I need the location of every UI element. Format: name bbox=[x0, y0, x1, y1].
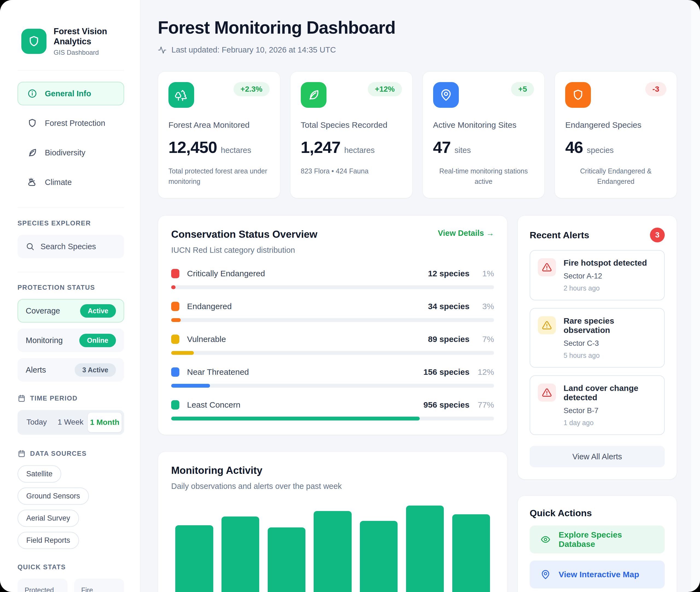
progress-track bbox=[171, 351, 494, 355]
status-label: Coverage bbox=[26, 306, 60, 315]
shield-icon bbox=[565, 82, 591, 108]
last-updated: Last updated: February 10, 2026 at 14:35… bbox=[158, 45, 677, 54]
time-option-1-week[interactable]: 1 Week bbox=[54, 412, 88, 433]
calendar-icon bbox=[17, 449, 26, 458]
status-row-monitoring[interactable]: Monitoring Online bbox=[17, 329, 124, 352]
map-pin-icon bbox=[433, 82, 459, 108]
monitoring-activity-panel: Monitoring Activity Daily observations a… bbox=[158, 451, 507, 592]
explore-species-database-button[interactable]: Explore Species Database bbox=[530, 526, 665, 553]
stat-unit: hectares bbox=[221, 146, 251, 155]
observation-bar[interactable] bbox=[175, 525, 213, 592]
stat-unit: species bbox=[587, 146, 613, 155]
conservation-row: Critically Endangered 12 species 1% bbox=[171, 269, 494, 289]
scrollbar-gutter[interactable] bbox=[691, 0, 700, 592]
quick-stats-grid: Protected Area 12,450 hectares Fire Inci… bbox=[17, 579, 124, 592]
monitoring-bar-chart: 3 Feb 10 2 Feb 09 5 Feb 08 bbox=[171, 505, 494, 592]
app-logo bbox=[21, 29, 47, 54]
tag-aerial-survey[interactable]: Aerial Survey bbox=[17, 510, 79, 527]
sidebar-item-biodiversity[interactable]: Biodiversity bbox=[17, 141, 124, 164]
app-name: Forest Vision Analytics bbox=[54, 26, 124, 47]
progress-fill bbox=[171, 318, 181, 322]
progress-track bbox=[171, 285, 494, 289]
search-icon bbox=[26, 242, 35, 251]
stat-value: 47 bbox=[433, 138, 451, 157]
sidebar-item-forest-protection[interactable]: Forest Protection bbox=[17, 111, 124, 135]
species-explorer-heading: SPECIES EXPLORER bbox=[17, 219, 124, 227]
chart-column: 1 Feb 07 bbox=[310, 505, 356, 592]
stat-value: 46 bbox=[565, 138, 583, 157]
time-period-heading: TIME PERIOD bbox=[17, 394, 124, 402]
view-interactive-map-button[interactable]: View Interactive Map bbox=[530, 560, 665, 588]
conservation-row: Near Threatened 156 species 12% bbox=[171, 367, 494, 388]
sidebar-divider bbox=[17, 272, 124, 272]
progress-track bbox=[171, 384, 494, 388]
chart-column: 2 Feb 05 bbox=[402, 505, 448, 592]
chart-column: 2 Feb 09 bbox=[217, 505, 264, 592]
sidebar: Forest Vision Analytics GIS Dashboard Ge… bbox=[0, 0, 140, 592]
stat-card-total-species: +12% Total Species Recorded 1,247 hectar… bbox=[290, 71, 413, 198]
stat-description: Total protected forest area under monito… bbox=[168, 166, 270, 187]
leaf-icon bbox=[301, 82, 326, 108]
chart-column: 3 Feb 10 bbox=[171, 505, 217, 592]
nav-label: General Info bbox=[45, 89, 91, 98]
map-pin-icon bbox=[541, 570, 550, 580]
category-swatch bbox=[171, 367, 179, 377]
observation-bar[interactable] bbox=[452, 514, 490, 592]
tag-field-reports[interactable]: Field Reports bbox=[17, 532, 79, 549]
recent-alerts-panel: Recent Alerts 3 Fire hotspot detected Se… bbox=[517, 215, 677, 480]
progress-fill bbox=[171, 384, 210, 388]
stat-description: Real-time monitoring stations active bbox=[433, 166, 534, 187]
time-option-1-month[interactable]: 1 Month bbox=[88, 412, 122, 433]
alert-item-rare-species[interactable]: Rare species observation Sector C-3 5 ho… bbox=[530, 308, 665, 368]
conservation-subtitle: IUCN Red List category distribution bbox=[171, 246, 317, 255]
alert-triangle-icon bbox=[538, 258, 556, 276]
stat-value: 12,450 bbox=[168, 138, 217, 157]
stat-card-endangered-species: -3 Endangered Species 46 species Critica… bbox=[554, 71, 677, 198]
observation-bar[interactable] bbox=[406, 505, 444, 592]
quick-actions-title: Quick Actions bbox=[530, 508, 665, 519]
protection-status-heading: PROTECTION STATUS bbox=[17, 284, 124, 291]
alert-triangle-icon bbox=[538, 316, 556, 334]
status-badge: Online bbox=[79, 334, 116, 347]
observation-bar[interactable] bbox=[360, 521, 397, 592]
search-placeholder: Search Species bbox=[41, 242, 96, 251]
conservation-rows: Critically Endangered 12 species 1% Enda… bbox=[171, 269, 494, 421]
monitoring-title: Monitoring Activity bbox=[171, 465, 494, 476]
view-details-link[interactable]: View Details → bbox=[438, 229, 494, 238]
stat-card-forest-area: +2.3% Forest Area Monitored 12,450 hecta… bbox=[158, 71, 280, 198]
conservation-row: Least Concern 956 species 77% bbox=[171, 400, 494, 421]
tag-satellite[interactable]: Satellite bbox=[17, 465, 61, 483]
delta-badge: +12% bbox=[368, 82, 402, 96]
observation-bar[interactable] bbox=[314, 511, 352, 592]
time-period-control: Today 1 Week 1 Month bbox=[17, 410, 124, 435]
nav-label: Climate bbox=[45, 178, 72, 187]
stat-cards: +2.3% Forest Area Monitored 12,450 hecta… bbox=[158, 71, 677, 198]
monitoring-subtitle: Daily observations and alerts over the p… bbox=[171, 482, 494, 491]
status-label: Monitoring bbox=[26, 336, 63, 345]
progress-track bbox=[171, 416, 494, 421]
stat-description: Critically Endangered & Endangered bbox=[565, 166, 666, 187]
tag-ground-sensors[interactable]: Ground Sensors bbox=[17, 488, 89, 505]
progress-track bbox=[171, 318, 494, 322]
trees-icon bbox=[168, 82, 194, 108]
observation-bar[interactable] bbox=[268, 528, 306, 592]
alert-item-land-cover[interactable]: Land cover change detected Sector B-7 1 … bbox=[530, 375, 665, 435]
status-label: Alerts bbox=[26, 365, 46, 375]
category-swatch bbox=[171, 335, 179, 344]
delta-badge: +2.3% bbox=[233, 82, 270, 96]
category-swatch bbox=[171, 400, 179, 409]
view-all-alerts-button[interactable]: View All Alerts bbox=[530, 446, 665, 467]
sidebar-item-climate[interactable]: Climate bbox=[17, 170, 124, 194]
time-option-today[interactable]: Today bbox=[20, 412, 54, 433]
sidebar-item-general-info[interactable]: General Info bbox=[17, 82, 124, 105]
status-row-alerts[interactable]: Alerts 3 Active bbox=[17, 358, 124, 382]
search-species-input[interactable]: Search Species bbox=[17, 235, 124, 258]
category-swatch bbox=[171, 269, 179, 278]
quick-actions-panel: Quick Actions Explore Species Database V… bbox=[517, 495, 677, 592]
quick-stat-fire-incidents: Fire Incidents 3 this week bbox=[74, 579, 124, 592]
stat-title: Endangered Species bbox=[565, 120, 666, 130]
delta-badge: +5 bbox=[511, 82, 534, 96]
alert-item-fire-hotspot[interactable]: Fire hotspot detected Sector A-12 2 hour… bbox=[530, 250, 665, 300]
status-row-coverage[interactable]: Coverage Active bbox=[17, 299, 124, 323]
observation-bar[interactable] bbox=[221, 516, 259, 592]
